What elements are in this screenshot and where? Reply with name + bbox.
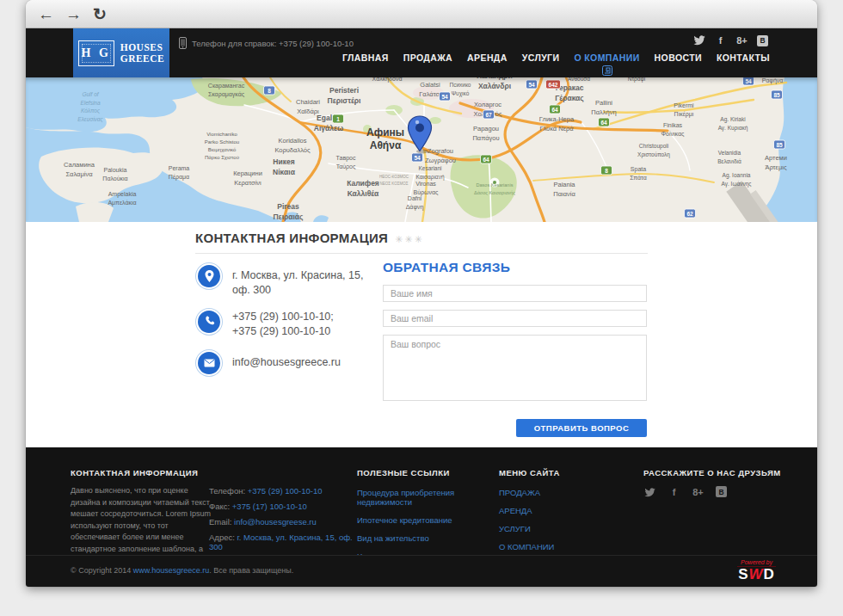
mobile-phone-icon xyxy=(179,37,187,49)
main-nav: ГЛАВНАЯ ПРОДАЖА АРЕНДА УСЛУГИ О КОМПАНИИ… xyxy=(342,52,770,63)
submit-question-button[interactable]: ОТПРАВИТЬ ВОПРОС xyxy=(516,419,647,437)
header-phone-note: Телефон для справок: +375 (29) 100-10-10 xyxy=(179,37,354,49)
page-title: КОНТАКТНАЯ ИНФОРМАЦИЯ✳✳✳ xyxy=(195,231,424,245)
map-road-badge: 67 xyxy=(483,110,495,119)
title-ornament-icon: ✳✳✳ xyxy=(395,234,424,244)
map-label: PireasΠειραιάς xyxy=(273,202,304,221)
map-road-badge: 54 xyxy=(743,77,754,85)
browser-toolbar: ← → ↻ xyxy=(26,0,817,28)
twitter-icon[interactable] xyxy=(643,486,656,498)
divider xyxy=(195,253,648,254)
svg-text:85: 85 xyxy=(776,142,783,148)
map-label: KesarianiΚαισαριανή xyxy=(416,165,445,181)
map-road-badge: 62 xyxy=(685,209,696,218)
vk-icon[interactable]: В xyxy=(716,486,727,497)
footer-menu-link[interactable]: ПРОДАЖА xyxy=(499,488,611,497)
vk-icon[interactable]: В xyxy=(757,35,768,46)
address-item: г. Москва, ул. Красина, 15, оф. 300 xyxy=(195,263,378,298)
google-plus-icon[interactable]: 8+ xyxy=(735,34,748,46)
email-text[interactable]: info@housesgreece.ru xyxy=(232,350,341,370)
footer-link[interactable]: Процедура приобретения недвижимости xyxy=(357,488,495,507)
map-road-badge: 8 xyxy=(264,86,275,95)
facebook-icon[interactable]: f xyxy=(668,486,680,498)
back-icon[interactable]: ← xyxy=(38,6,54,22)
map-label: АртемиΆρτεμις xyxy=(765,154,787,171)
map-road-badge: 1 xyxy=(333,114,344,123)
footer-useful-links: ПОЛЕЗНЫЕ ССЫЛКИ Процедура приобретения н… xyxy=(357,447,495,561)
phone-note-number: +375 (29) 100-10-10 xyxy=(279,39,354,48)
envelope-icon xyxy=(198,352,220,374)
map-label: ХаландриΧαλάνδρι xyxy=(477,77,512,90)
feedback-form: ОБРАТНАЯ СВЯЗЬ ОТПРАВИТЬ ВОПРОС xyxy=(383,260,647,437)
email-input[interactable] xyxy=(383,310,647,327)
contact-section: КОНТАКТНАЯ ИНФОРМАЦИЯ✳✳✳ г. Москва, ул. … xyxy=(26,222,817,447)
nav-item-novosti[interactable]: НОВОСТИ xyxy=(655,52,702,63)
nav-item-prodazha[interactable]: ПРОДАЖА xyxy=(403,52,452,63)
svg-text:64: 64 xyxy=(551,107,558,113)
footer-menu-link[interactable]: УСЛУГИ xyxy=(499,524,611,533)
footer-link[interactable]: Вид на жительство xyxy=(357,533,495,543)
map[interactable]: Gulf ofElefsinaΚόλποςΕλευσίναςСкараманга… xyxy=(26,77,817,222)
site-logo[interactable]: H G HOUSES GREECE xyxy=(73,28,169,77)
copyright-link[interactable]: www.housesgreece.ru xyxy=(133,566,210,575)
footer-row-address: Адрес: г. Москва, ул. Красина, 15, оф. 3… xyxy=(209,533,354,551)
logo-monogram: H G xyxy=(78,40,114,66)
svg-text:642: 642 xyxy=(549,82,558,88)
svg-text:54: 54 xyxy=(528,82,535,88)
map-label: ПсихикоΨυχικό xyxy=(450,82,471,97)
map-road-badge: 64 xyxy=(481,155,492,163)
meander-active-icon xyxy=(602,65,612,77)
powered-by-swd[interactable]: Powered by SWD xyxy=(737,559,776,583)
phone-note-label: Телефон для справок: xyxy=(192,39,276,48)
map-road-badge: 642 xyxy=(546,80,561,89)
facebook-icon[interactable]: f xyxy=(714,34,727,46)
map-label: КалифеяΚαλλιθέα xyxy=(347,179,379,198)
map-road-badge: 54 xyxy=(440,92,451,101)
map-road-badge: 64 xyxy=(599,118,610,126)
map-road-badge: 64 xyxy=(550,105,561,114)
footer-link[interactable]: Ипотечное кредитование xyxy=(357,515,495,525)
footer-social-icons: f 8+ В xyxy=(643,486,798,498)
map-label: НикеяΝίκαια xyxy=(273,157,296,176)
svg-text:67: 67 xyxy=(485,112,492,118)
map-label: PeristeriΠεριστέρι xyxy=(328,86,361,105)
svg-text:8: 8 xyxy=(268,88,271,94)
google-plus-icon[interactable]: 8+ xyxy=(692,486,705,498)
map-road-badge: 8 xyxy=(601,166,612,175)
map-label: Ραφήνα xyxy=(762,77,784,84)
contact-details: г. Москва, ул. Красина, 15, оф. 300 +375… xyxy=(195,263,378,385)
footer-row-fax: Факс: +375 (17) 100-10-10 xyxy=(209,502,354,511)
name-input[interactable] xyxy=(383,285,647,302)
nav-item-glavnaya[interactable]: ГЛАВНАЯ xyxy=(342,52,389,63)
email-item: info@housesgreece.ru xyxy=(195,350,378,374)
map-road-badge: 54 xyxy=(526,80,538,89)
address-text: г. Москва, ул. Красина, 15, оф. 300 xyxy=(232,263,378,298)
svg-text:64: 64 xyxy=(600,120,607,126)
map-label: ChristoupoliΧριστούπολη xyxy=(637,143,670,158)
nav-item-kontakty[interactable]: КОНТАКТЫ xyxy=(717,52,770,63)
map-label: KoridallosΚορυδαλλός xyxy=(274,137,311,154)
twitter-icon[interactable] xyxy=(692,34,705,46)
map-label: Ag. KiriakiΑγ. Κυριακή xyxy=(718,116,748,132)
svg-text:64: 64 xyxy=(483,157,489,163)
logo-text: HOUSES GREECE xyxy=(120,42,165,64)
location-pin-icon xyxy=(198,265,220,287)
site-header: H G HOUSES GREECE Телефон для справок: +… xyxy=(26,28,817,77)
footer-share-title: РАССКАЖИТЕ О НАС ДРУЗЬЯМ xyxy=(643,468,798,477)
map-road-badge: 85 xyxy=(774,140,785,149)
footer-row-email: Email: info@housesgreese.ru xyxy=(209,517,354,527)
header-social-icons: f 8+ В xyxy=(692,34,768,46)
nav-item-o-kompanii[interactable]: О КОМПАНИИ xyxy=(574,52,639,63)
footer-site-menu: МЕНЮ САЙТА ПРОДАЖА АРЕНДА УСЛУГИ О КОМПА… xyxy=(499,447,611,551)
footer-menu-link[interactable]: О КОМПАНИИ xyxy=(499,542,611,551)
footer-menu-link[interactable]: АРЕНДА xyxy=(499,506,611,515)
nav-item-label: О КОМПАНИИ xyxy=(574,52,639,63)
refresh-icon[interactable]: ↻ xyxy=(93,6,107,22)
map-label: ZografouΖωγράφου xyxy=(425,147,456,164)
question-textarea[interactable] xyxy=(383,335,647,401)
forward-icon[interactable]: → xyxy=(65,6,82,22)
svg-text:85: 85 xyxy=(773,92,780,98)
footer-row-phone: Телефон: +375 (29) 100-10-10 xyxy=(209,486,354,496)
nav-item-arenda[interactable]: АРЕНДА xyxy=(467,52,508,63)
nav-item-uslugi[interactable]: УСЛУГИ xyxy=(522,52,560,63)
